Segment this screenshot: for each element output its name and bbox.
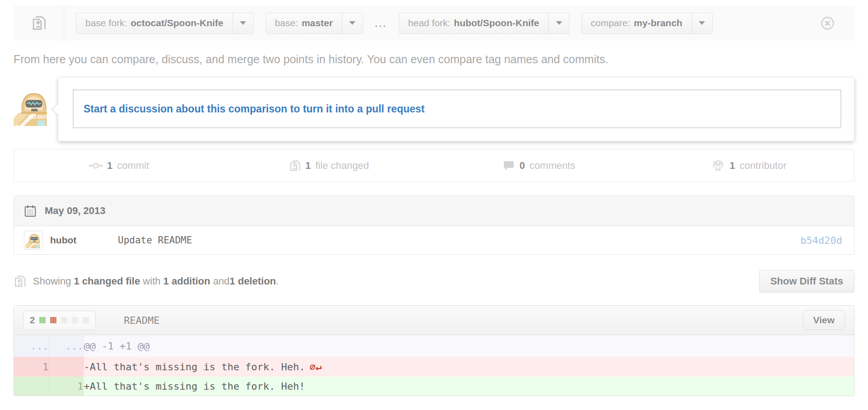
deletion-old-line-number[interactable]: 1 xyxy=(14,357,49,377)
stat-contributors-count: 1 xyxy=(729,160,735,172)
discussion-section: Start a discussion about this comparison… xyxy=(14,77,854,141)
stat-files-label: file changed xyxy=(315,160,369,172)
comment-icon xyxy=(503,160,515,172)
diff-summary-text: Showing 1 changed file with 1 addition a… xyxy=(33,275,279,287)
base-branch-caret[interactable] xyxy=(342,13,363,33)
diff-addition-row: 1 +All that's missing is the fork. Heh! xyxy=(14,377,854,396)
start-discussion-link[interactable]: Start a discussion about this comparison… xyxy=(84,103,425,115)
diffstat-badge[interactable]: 2 xyxy=(23,311,96,330)
stat-contributors-label: contributor xyxy=(740,160,787,172)
period: . xyxy=(276,275,279,287)
stat-contributors[interactable]: 1 contributor xyxy=(644,159,854,172)
deletions-count: 1 deletion xyxy=(229,275,276,287)
stat-commits-count: 1 xyxy=(107,160,112,172)
diff-summary-line: Showing 1 changed file with 1 addition a… xyxy=(14,270,854,293)
compare-label: compare: xyxy=(591,18,630,28)
commit-sha-link[interactable]: b54d20d xyxy=(800,235,842,246)
diffstat-neutral-square xyxy=(72,317,78,323)
stat-comments-label: comments xyxy=(529,160,575,172)
file-diff-box: 2 README View ... ... @@ -1 +1 @@ 1 -All… xyxy=(14,305,854,396)
x-circle-icon xyxy=(821,16,835,30)
diffstat-neutral-square xyxy=(83,317,89,323)
view-file-button[interactable]: View xyxy=(803,310,845,330)
chevron-down-icon xyxy=(349,21,355,25)
chevron-down-icon xyxy=(240,21,246,25)
commit-group: May 09, 2013 hubot Update README b54d20d xyxy=(14,196,854,255)
addition-new-line-number[interactable]: 1 xyxy=(49,377,84,396)
commit-row: hubot Update README b54d20d xyxy=(14,226,854,254)
file-diff-header: 2 README View xyxy=(14,306,854,335)
base-fork-select[interactable]: base fork:octocat/Spoon-Knife xyxy=(76,13,254,34)
hunk-old-gutter[interactable]: ... xyxy=(14,335,49,357)
discussion-cta-box[interactable]: Start a discussion about this comparison… xyxy=(73,89,841,128)
head-fork-caret[interactable] xyxy=(548,13,569,33)
diff-icon xyxy=(14,5,64,41)
bubble-arrow-inner xyxy=(52,103,59,116)
deletion-code-line: -All that's missing is the fork. Heh.⌀↵ xyxy=(84,357,854,377)
no-newline-eof-icon: ⌀↵ xyxy=(310,361,322,373)
compare-page: base fork:octocat/Spoon-Knife base:maste… xyxy=(0,0,868,396)
addition-code-line: +All that's missing is the fork. Heh! xyxy=(84,377,854,396)
stat-files-count: 1 xyxy=(305,160,311,172)
base-fork-label: base fork: xyxy=(85,18,127,28)
range-separator: ... xyxy=(375,17,387,30)
base-value: master xyxy=(302,18,333,28)
showing-prefix: Showing xyxy=(33,275,71,287)
head-fork-value: hubot/Spoon-Knife xyxy=(454,18,539,28)
head-fork-select[interactable]: head fork:hubot/Spoon-Knife xyxy=(399,13,569,34)
hubot-avatar-small[interactable] xyxy=(24,231,43,250)
diffstat-add-square xyxy=(39,317,46,323)
base-fork-caret[interactable] xyxy=(233,13,253,33)
compare-intro-text: From here you can compare, discuss, and … xyxy=(14,53,854,66)
addition-text: +All that's missing is the fork. Heh! xyxy=(84,381,305,392)
show-diff-stats-button[interactable]: Show Diff Stats xyxy=(759,270,854,293)
organization-icon xyxy=(711,159,725,172)
deletion-new-line-number[interactable] xyxy=(49,357,84,377)
branch-selectors: base fork:octocat/Spoon-Knife base:maste… xyxy=(64,13,821,34)
compare-branch-select[interactable]: compare:my-branch xyxy=(581,13,713,34)
hubot-avatar-large xyxy=(14,89,51,126)
stat-files-changed[interactable]: 1 file changed xyxy=(224,159,434,172)
addition-old-line-number[interactable] xyxy=(14,377,49,396)
discussion-bubble: Start a discussion about this comparison… xyxy=(58,77,854,141)
chevron-down-icon xyxy=(556,21,562,25)
close-compare-button[interactable] xyxy=(821,16,835,30)
diffstat-total: 2 xyxy=(30,315,35,326)
calendar-icon xyxy=(24,204,37,218)
chevron-down-icon xyxy=(699,21,705,25)
changed-files-count: 1 changed file xyxy=(74,275,140,287)
diff-icon xyxy=(289,159,301,172)
diff-deletion-row: 1 -All that's missing is the fork. Heh.⌀… xyxy=(14,357,854,377)
commit-date: May 09, 2013 xyxy=(45,205,106,217)
compare-toolbar: base fork:octocat/Spoon-Knife base:maste… xyxy=(14,5,854,41)
and-word: and xyxy=(213,275,230,287)
diffstat-del-square xyxy=(50,317,56,323)
commit-message[interactable]: Update README xyxy=(118,235,192,246)
with-word: with xyxy=(143,275,160,287)
diffstat-neutral-square xyxy=(61,317,67,323)
stat-commits-label: commit xyxy=(117,160,149,172)
commit-icon xyxy=(89,161,103,171)
diff-hunk-row: ... ... @@ -1 +1 @@ xyxy=(14,335,854,357)
hunk-new-gutter[interactable]: ... xyxy=(49,335,84,357)
comparison-summary-bar: 1 commit 1 file changed 0 comments xyxy=(14,149,854,182)
compare-branch-caret[interactable] xyxy=(691,13,712,33)
stat-comments-count: 0 xyxy=(519,160,525,172)
base-fork-value: octocat/Spoon-Knife xyxy=(131,18,223,28)
diff-table: ... ... @@ -1 +1 @@ 1 -All that's missin… xyxy=(14,335,854,396)
base-branch-select[interactable]: base:master xyxy=(266,13,363,34)
stat-comments[interactable]: 0 comments xyxy=(434,160,644,172)
hunk-header-text: @@ -1 +1 @@ xyxy=(84,335,854,357)
commit-author: hubot xyxy=(50,235,118,246)
compare-value: my-branch xyxy=(634,18,682,28)
commit-date-header: May 09, 2013 xyxy=(14,196,854,226)
diff-filename-link[interactable]: README xyxy=(124,315,159,326)
deletion-text: -All that's missing is the fork. Heh. xyxy=(84,361,305,373)
head-fork-label: head fork: xyxy=(408,18,450,28)
base-label: base: xyxy=(275,18,298,28)
additions-count: 1 addition xyxy=(163,275,210,287)
stat-commits[interactable]: 1 commit xyxy=(14,160,224,172)
diff-icon xyxy=(14,274,26,289)
